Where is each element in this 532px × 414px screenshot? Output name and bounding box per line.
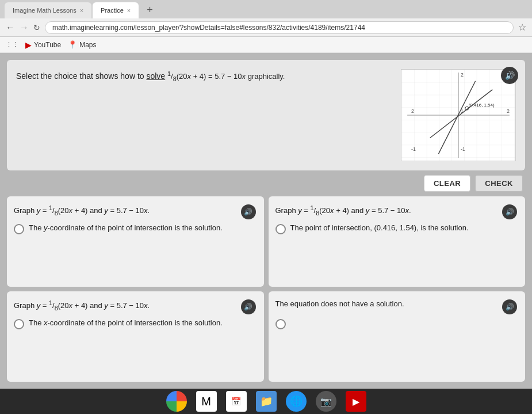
option-a-header: Graph y = 1/8(20x + 4) and y = 5.7 − 10x… <box>14 204 256 219</box>
option-c-card: Graph y = 1/8(20x + 4) and y = 5.7 − 10x… <box>7 291 264 382</box>
option-c-title: Graph y = 1/8(20x + 4) and y = 5.7 − 10x… <box>14 299 238 312</box>
main-content: Select the choice that shows how to solv… <box>0 53 532 389</box>
maps-icon: 📍 <box>68 40 77 49</box>
new-tab-button[interactable]: + <box>142 2 158 18</box>
graph-svg: 2 2 -1 -1 2 1 (0.416, 1.54) <box>401 70 515 161</box>
options-grid: Graph y = 1/8(20x + 4) and y = 5.7 − 10x… <box>7 196 525 382</box>
option-d-card: The equation does not have a solution. 🔊 <box>269 291 526 382</box>
question-prefix: Select the choice that shows how to <box>16 71 146 81</box>
option-b-speaker-button[interactable]: 🔊 <box>502 204 517 219</box>
tab-practice[interactable]: Practice × <box>93 2 139 18</box>
svg-text:(0.416, 1.54): (0.416, 1.54) <box>469 102 495 108</box>
address-bar: ← → ↻ math.imaginelearning.com/lesson_pl… <box>0 18 532 37</box>
svg-text:-1: -1 <box>461 146 465 152</box>
option-c-radio[interactable] <box>14 319 24 329</box>
maps-label: Maps <box>79 41 96 49</box>
option-a-speaker-icon: 🔊 <box>244 208 252 216</box>
taskbar-browser-icon[interactable]: 🌐 <box>286 391 307 412</box>
option-b-card: Graph y = 1/8(20x + 4) and y = 5.7 − 10x… <box>269 196 526 287</box>
taskbar-files-icon[interactable]: 📁 <box>256 391 277 412</box>
option-a-desc: The y-coordinate of the point of interse… <box>29 223 223 233</box>
url-bar[interactable]: math.imaginelearning.com/lesson_player/?… <box>45 21 514 34</box>
option-d-radio[interactable] <box>275 319 286 329</box>
bookmarks-bar: ⋮⋮ ▶ YouTube 📍 Maps <box>0 37 532 53</box>
option-c-header: Graph y = 1/8(20x + 4) and y = 5.7 − 10x… <box>14 299 256 314</box>
tab-practice-label: Practice <box>101 7 124 14</box>
taskbar-camera-icon[interactable]: 📷 <box>316 391 336 412</box>
clear-button[interactable]: CLEAR <box>424 175 470 192</box>
youtube-icon: ▶ <box>25 40 32 50</box>
tab-lessons-label: Imagine Math Lessons <box>13 7 76 14</box>
option-d-radio-row <box>275 318 518 329</box>
taskbar-youtube-icon[interactable]: ▶ <box>346 391 366 412</box>
option-b-title: Graph y = 1/8(20x + 4) and y = 5.7 − 10x… <box>275 204 499 217</box>
option-b-header: Graph y = 1/8(20x + 4) and y = 5.7 − 10x… <box>275 204 518 219</box>
option-a-radio[interactable] <box>14 224 24 234</box>
taskbar: M 📅 📁 🌐 📷 ▶ <box>0 389 532 414</box>
tab-practice-close[interactable]: × <box>127 7 131 14</box>
question-solve-word: solve <box>146 71 165 81</box>
option-b-desc: The point of intersection, (0.416, 1.54)… <box>290 223 469 233</box>
option-a-title: Graph y = 1/8(20x + 4) and y = 5.7 − 10x… <box>14 204 238 217</box>
graph-container: 2 2 -1 -1 2 1 (0.416, 1.54) <box>401 69 516 161</box>
option-d-header: The equation does not have a solution. 🔊 <box>275 299 518 314</box>
option-a-card: Graph y = 1/8(20x + 4) and y = 5.7 − 10x… <box>7 196 264 287</box>
forward-button[interactable]: → <box>20 22 29 33</box>
taskbar-calendar-icon[interactable]: 📅 <box>226 391 247 412</box>
check-button[interactable]: CHECK <box>475 175 523 192</box>
option-a-speaker-button[interactable]: 🔊 <box>241 204 256 219</box>
bookmark-youtube[interactable]: ▶ YouTube <box>25 40 61 50</box>
tab-lessons[interactable]: Imagine Math Lessons × <box>5 2 91 18</box>
question-card: Select the choice that shows how to solv… <box>7 60 525 170</box>
svg-text:-1: -1 <box>411 146 416 152</box>
option-c-speaker-button[interactable]: 🔊 <box>241 299 256 314</box>
option-c-speaker-icon: 🔊 <box>244 303 252 311</box>
question-speaker-button[interactable]: 🔊 <box>501 67 518 84</box>
option-d-speaker-icon: 🔊 <box>506 303 514 311</box>
browser-tabs: Imagine Math Lessons × Practice × + <box>0 0 532 18</box>
refresh-button[interactable]: ↻ <box>33 23 40 32</box>
svg-text:2: 2 <box>411 108 414 114</box>
back-button[interactable]: ← <box>6 22 15 33</box>
question-speaker-icon: 🔊 <box>505 71 515 80</box>
option-b-speaker-icon: 🔊 <box>506 208 514 216</box>
bookmark-all[interactable]: ⋮⋮ <box>6 41 18 48</box>
youtube-label: YouTube <box>34 41 61 49</box>
svg-text:2: 2 <box>507 108 510 114</box>
taskbar-chrome-icon[interactable] <box>166 391 187 412</box>
option-c-radio-row: The x-coordinate of the point of interse… <box>14 318 256 329</box>
option-d-title: The equation does not have a solution. <box>275 299 499 308</box>
svg-text:2: 2 <box>461 72 464 78</box>
action-row: CLEAR CHECK <box>7 175 525 192</box>
bookmark-maps[interactable]: 📍 Maps <box>68 40 96 49</box>
option-a-radio-row: The y-coordinate of the point of interse… <box>14 223 256 234</box>
tab-lessons-close[interactable]: × <box>80 7 83 14</box>
all-icon: ⋮⋮ <box>6 41 18 48</box>
option-d-speaker-button[interactable]: 🔊 <box>502 299 517 314</box>
option-c-desc: The x-coordinate of the point of interse… <box>29 318 223 328</box>
question-text: Select the choice that shows how to solv… <box>16 69 394 161</box>
option-b-radio[interactable] <box>275 224 286 234</box>
question-equation: 1/8(20x + 4) = 5.7 − 10x graphically. <box>167 71 285 81</box>
bookmark-star[interactable]: ☆ <box>518 22 526 33</box>
option-b-radio-row: The point of intersection, (0.416, 1.54)… <box>275 223 518 234</box>
taskbar-gmail-icon[interactable]: M <box>196 391 217 412</box>
